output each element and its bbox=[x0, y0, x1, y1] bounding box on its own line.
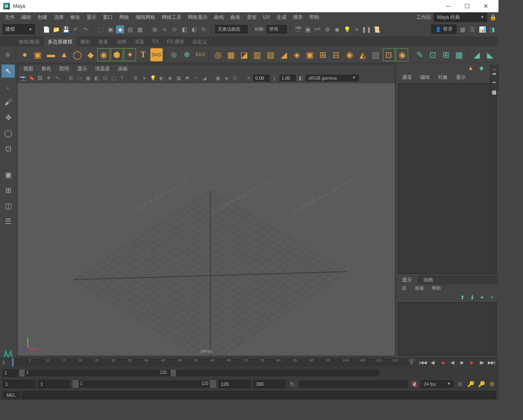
vp-xray-joints-icon[interactable]: ⊙ bbox=[231, 74, 239, 82]
snap-point-icon[interactable]: ⊙ bbox=[170, 25, 179, 34]
soften-edge-icon[interactable]: ◣ bbox=[484, 48, 496, 61]
poly-sphere-icon[interactable]: ● bbox=[18, 48, 31, 61]
menu-生成[interactable]: 生成 bbox=[273, 13, 290, 21]
select-component-icon[interactable]: ◈ bbox=[116, 25, 124, 34]
layer-menu-help[interactable]: 帮助 bbox=[428, 284, 445, 293]
insert-edge-icon[interactable]: ▦ bbox=[453, 48, 465, 61]
combine-icon[interactable]: ◎ bbox=[212, 48, 224, 61]
set-key-icon[interactable]: 🔑 bbox=[477, 380, 485, 388]
layer-tab-display[interactable]: 显示 bbox=[396, 275, 418, 284]
shelf-tab-6[interactable]: FX bbox=[148, 37, 163, 47]
vp-bookmarks-icon[interactable]: 🔖 bbox=[28, 74, 35, 82]
menu-网格工具[interactable]: 网格工具 bbox=[159, 13, 185, 21]
menu-修改[interactable]: 修改 bbox=[67, 13, 83, 21]
anim-prefs-icon[interactable]: ⚙ bbox=[488, 380, 496, 388]
connect-icon[interactable]: ⊞ bbox=[440, 48, 452, 61]
layout-single-icon[interactable]: ▣ bbox=[2, 168, 15, 181]
shelf-tab-5[interactable]: 渲染 bbox=[130, 37, 148, 47]
menu-帮助[interactable]: 帮助 bbox=[306, 13, 322, 21]
shelf-editor-icon[interactable]: ⚙ bbox=[2, 51, 13, 59]
vp-wireframe-icon[interactable]: ⊞ bbox=[132, 74, 139, 82]
command-input[interactable] bbox=[22, 391, 496, 399]
paint-select-tool[interactable]: 🖌 bbox=[2, 96, 15, 109]
shelf-tab-3[interactable]: 装备 bbox=[94, 37, 112, 47]
menu-set-selector[interactable]: 建模▼ bbox=[2, 24, 35, 34]
vp-gate-mask-icon[interactable]: ◧ bbox=[93, 74, 100, 82]
playback-start-input[interactable] bbox=[38, 380, 70, 388]
open-scene-icon[interactable]: 📁 bbox=[52, 25, 60, 34]
maximize-button[interactable]: ☐ bbox=[458, 0, 476, 12]
channel-tab-通道[interactable]: 通道 bbox=[398, 73, 416, 82]
vp-isolate-icon[interactable]: ▣ bbox=[214, 74, 221, 82]
quadrangulate-icon[interactable]: ▨ bbox=[369, 48, 382, 61]
pause-icon[interactable]: ❚❚ bbox=[362, 25, 371, 34]
select-object-icon[interactable]: ▣ bbox=[106, 25, 114, 34]
side-tab-attribute-editor[interactable]: 属性编辑器 bbox=[490, 83, 498, 90]
menu-选择[interactable]: 选择 bbox=[51, 13, 67, 21]
vp-view-transform-icon[interactable]: ◧ bbox=[297, 74, 304, 82]
step-back-icon[interactable]: ◀| bbox=[428, 359, 437, 366]
redo-icon[interactable]: ↷ bbox=[81, 25, 89, 34]
snap-live-icon[interactable]: ◐ bbox=[190, 25, 198, 34]
mirror-icon[interactable]: ◈ bbox=[291, 48, 303, 61]
menu-显示[interactable]: 显示 bbox=[83, 13, 100, 21]
vp-shadows-icon[interactable]: ◐ bbox=[158, 74, 165, 82]
layer-move-up-icon[interactable]: ⬆ bbox=[458, 293, 467, 302]
triangulate-icon[interactable]: ◭ bbox=[356, 48, 369, 61]
render-frame-icon[interactable]: ▣ bbox=[304, 25, 312, 34]
shelf-tab-1[interactable]: 多边形建模 bbox=[44, 37, 76, 47]
vp-exposure-icon[interactable]: ☀ bbox=[245, 74, 252, 82]
vp-safe-action-icon[interactable]: ▢ bbox=[110, 74, 117, 82]
outliner-toggle-icon[interactable]: ☰ bbox=[2, 215, 15, 228]
view-cube-icon[interactable]: ◆ bbox=[477, 64, 485, 72]
vp-motion-blur-icon[interactable]: ≈ bbox=[192, 74, 199, 82]
render-settings-icon[interactable]: ⚙ bbox=[323, 25, 331, 34]
snap-plane-icon[interactable]: ◧ bbox=[180, 25, 188, 34]
audio-track[interactable] bbox=[299, 380, 408, 388]
select-hierarchy-icon[interactable]: ⬚ bbox=[96, 25, 105, 34]
poly-cone-icon[interactable]: ▲ bbox=[58, 48, 70, 61]
range-slider-track[interactable]: 1 120 bbox=[20, 370, 379, 376]
fps-selector[interactable]: 24 fps▼ bbox=[421, 380, 454, 388]
extrude-icon[interactable]: ▥ bbox=[251, 48, 264, 61]
vp-gamma-value[interactable] bbox=[279, 75, 296, 81]
go-end-icon[interactable]: ▶▶| bbox=[487, 359, 496, 366]
new-scene-icon[interactable]: 📄 bbox=[42, 25, 50, 34]
poly-type-icon[interactable]: T bbox=[137, 48, 149, 61]
vp-image-plane-icon[interactable]: 🖼 bbox=[36, 74, 44, 82]
bridge-icon[interactable]: ▤ bbox=[264, 48, 277, 61]
minimize-button[interactable]: ─ bbox=[439, 0, 458, 12]
menu-创建[interactable]: 创建 bbox=[34, 13, 51, 21]
side-tab-modeling-toolkit[interactable]: 建模工具包 bbox=[490, 75, 498, 82]
channel-tab-编辑[interactable]: 编辑 bbox=[416, 73, 434, 82]
anim-start-input[interactable] bbox=[2, 380, 35, 388]
script-language-selector[interactable]: MEL bbox=[2, 391, 20, 399]
shelf-tab-8[interactable]: 自定义 bbox=[188, 37, 211, 47]
vp-grease-pencil-icon[interactable]: ✎ bbox=[54, 74, 61, 82]
reset-transform-icon[interactable]: 0,0,0 bbox=[194, 48, 206, 61]
outliner-icon[interactable]: ☰ bbox=[468, 25, 476, 34]
lock-icon[interactable]: 🔒 bbox=[489, 13, 497, 21]
render-setup-icon[interactable]: ≡ bbox=[353, 25, 361, 34]
range-handle-left[interactable] bbox=[20, 370, 25, 376]
anim-end-input[interactable] bbox=[253, 380, 286, 388]
menu-缓存[interactable]: 缓存 bbox=[290, 13, 306, 21]
freeze-transform-icon[interactable]: ❄ bbox=[181, 48, 193, 61]
no-char-set-icon[interactable]: ⊘ bbox=[456, 380, 464, 388]
target-weld-icon[interactable]: ⊡ bbox=[427, 48, 439, 61]
boolean-icon[interactable]: ◪ bbox=[238, 48, 250, 61]
new-layer-icon[interactable]: ✦ bbox=[478, 293, 486, 302]
scale-tool[interactable]: ⊡ bbox=[2, 142, 15, 155]
range-outer-start[interactable] bbox=[2, 369, 18, 377]
poly-torus-icon[interactable]: ◯ bbox=[71, 48, 83, 61]
login-button[interactable]: 👤 登录 bbox=[431, 25, 457, 34]
pivot-icon[interactable]: ⊕ bbox=[168, 48, 180, 61]
vp-menu-显示[interactable]: 显示 bbox=[73, 65, 91, 72]
poly-cylinder-icon[interactable]: ▬ bbox=[45, 48, 57, 61]
poly-plane-icon[interactable]: ◆ bbox=[84, 48, 96, 61]
crease-icon[interactable]: ◢ bbox=[471, 48, 483, 61]
poly-cube-icon[interactable]: ▣ bbox=[32, 48, 44, 61]
separate-icon[interactable]: ▦ bbox=[225, 48, 237, 61]
multi-cut-icon[interactable]: ✎ bbox=[413, 48, 426, 61]
loop-icon[interactable]: ↻ bbox=[288, 380, 297, 388]
